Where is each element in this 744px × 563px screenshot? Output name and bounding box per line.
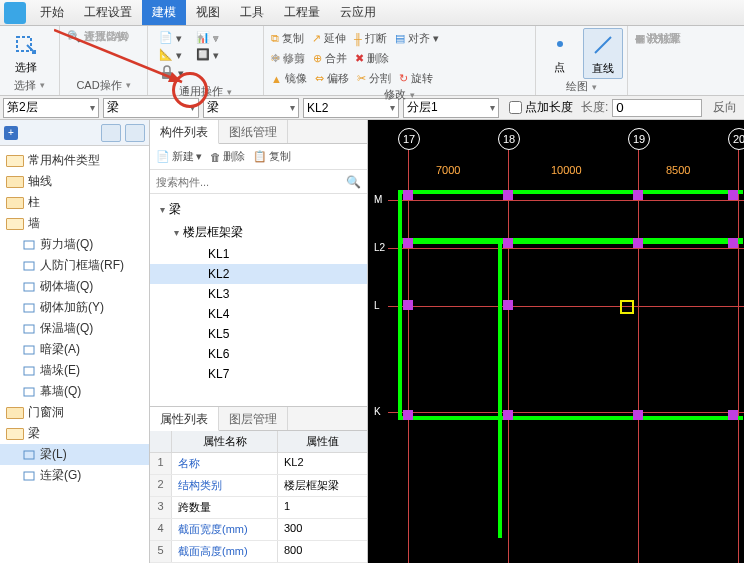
main-tab[interactable]: 云应用 bbox=[330, 0, 386, 25]
property-row[interactable]: 1名称KL2 bbox=[150, 453, 367, 475]
component-tree-item[interactable]: 楼层框架梁 bbox=[150, 221, 367, 244]
length-input[interactable] bbox=[612, 99, 702, 117]
common-btn-1[interactable]: 📄▾ bbox=[156, 30, 187, 46]
main-tab[interactable]: 工具 bbox=[230, 0, 274, 25]
main-tab[interactable]: 视图 bbox=[186, 0, 230, 25]
drawing-canvas[interactable]: 171819207000100008500ML2LK bbox=[368, 120, 744, 563]
property-header: 属性名称 属性值 bbox=[150, 431, 367, 453]
ribbon: 选择 选择 🔍查找替换 ⤢设置比例 ↶还原CAD CAD操作 📄▾ 📐▾ ▾ 📊… bbox=[0, 26, 744, 96]
property-tabs: 属性列表 图层管理 bbox=[150, 407, 367, 431]
dimension-text: 7000 bbox=[436, 164, 460, 176]
nav-item[interactable]: 柱 bbox=[0, 192, 149, 213]
node-marker bbox=[503, 238, 513, 248]
tab-layer-mgmt[interactable]: 图层管理 bbox=[219, 407, 288, 430]
reverse-label[interactable]: 反向 bbox=[713, 99, 741, 116]
property-row[interactable]: 5截面高度(mm)800 bbox=[150, 541, 367, 563]
component-tree-item[interactable]: KL2 bbox=[150, 264, 367, 284]
nav-item[interactable]: 梁(L) bbox=[0, 444, 149, 465]
component-tree-item[interactable]: KL7 bbox=[150, 364, 367, 384]
nav-item[interactable]: 墙垛(E) bbox=[0, 360, 149, 381]
svg-line-5 bbox=[595, 37, 611, 53]
select-button[interactable]: 选择 bbox=[4, 28, 48, 77]
break-button[interactable]: ╫打断 bbox=[351, 30, 390, 47]
tab-drawing-mgmt[interactable]: 图纸管理 bbox=[219, 120, 288, 143]
delete-component-button[interactable]: 🗑删除 bbox=[210, 149, 245, 164]
common-btn-5[interactable]: ✦▾ bbox=[193, 30, 222, 46]
axis-label: L bbox=[372, 300, 382, 311]
component-tree-item[interactable]: KL5 bbox=[150, 324, 367, 344]
cad-restore[interactable]: ↶还原CAD bbox=[64, 28, 132, 45]
svg-rect-8 bbox=[24, 283, 34, 291]
copy-component-button[interactable]: 📋复制 bbox=[253, 149, 291, 164]
ribbon-group-title[interactable]: CAD操作 bbox=[64, 77, 143, 93]
merge-button[interactable]: ⊕合并 bbox=[310, 50, 350, 67]
tab-props[interactable]: 属性列表 bbox=[150, 407, 219, 431]
dimension-text: 8500 bbox=[666, 164, 690, 176]
svg-rect-12 bbox=[24, 367, 34, 375]
main-tab[interactable]: 工程设置 bbox=[74, 0, 142, 25]
nav-item[interactable]: 保温墙(Q) bbox=[0, 318, 149, 339]
copy-button[interactable]: ⧉复制 bbox=[268, 30, 307, 47]
nav-item[interactable]: 暗梁(A) bbox=[0, 339, 149, 360]
property-row[interactable]: 2结构类别楼层框架梁 bbox=[150, 475, 367, 497]
mirror-button[interactable]: ▲镜像 bbox=[268, 70, 310, 87]
main-tab[interactable]: 建模 bbox=[142, 0, 186, 25]
extend-button[interactable]: ↗延伸 bbox=[309, 30, 349, 47]
split-button[interactable]: ✂分割 bbox=[354, 70, 394, 87]
nav-view-tile[interactable] bbox=[101, 124, 121, 142]
grid-bubble: 20 bbox=[728, 128, 744, 150]
main-tab[interactable]: 工程量 bbox=[274, 0, 330, 25]
nav-item[interactable]: 人防门框墙(RF) bbox=[0, 255, 149, 276]
nav-item[interactable]: 常用构件类型 bbox=[0, 150, 149, 171]
svg-point-4 bbox=[557, 41, 563, 47]
node-marker bbox=[633, 238, 643, 248]
nav-item[interactable]: 墙 bbox=[0, 213, 149, 234]
align-button[interactable]: ▤对齐▾ bbox=[392, 30, 442, 47]
svg-rect-9 bbox=[24, 304, 34, 312]
app-logo bbox=[4, 2, 26, 24]
component-tree-item[interactable]: KL4 bbox=[150, 304, 367, 324]
ribbon-group-recognize: ▦校核梁 ▦校核原 ◈识别梁 ◈识别吊 bbox=[628, 26, 738, 95]
ribbon-group-title[interactable]: 通用操作 bbox=[152, 84, 259, 99]
nav-add-button[interactable]: + bbox=[4, 126, 18, 140]
move-button[interactable]: ✥移动 bbox=[268, 50, 308, 67]
category-combo-1[interactable]: 梁 bbox=[103, 98, 199, 118]
nav-item[interactable]: 砌体加筋(Y) bbox=[0, 297, 149, 318]
component-tree-item[interactable]: KL6 bbox=[150, 344, 367, 364]
component-tree-item[interactable]: KL1 bbox=[150, 244, 367, 264]
search-input[interactable] bbox=[156, 176, 346, 188]
component-tree-item[interactable]: KL3 bbox=[150, 284, 367, 304]
ribbon-group-title[interactable]: 绘图 bbox=[540, 79, 623, 94]
svg-rect-13 bbox=[24, 388, 34, 396]
nav-item[interactable]: 门窗洞 bbox=[0, 402, 149, 423]
lock-button[interactable]: ▾ bbox=[156, 64, 187, 82]
search-icon[interactable]: 🔍 bbox=[346, 175, 361, 189]
component-tree-item[interactable]: 梁 bbox=[150, 198, 367, 221]
nav-item[interactable]: 梁 bbox=[0, 423, 149, 444]
rotate-button[interactable]: ↻旋转 bbox=[396, 70, 436, 87]
tab-component-list[interactable]: 构件列表 bbox=[150, 120, 219, 144]
point-button[interactable]: 点 bbox=[540, 28, 580, 77]
nav-item[interactable]: 幕墙(Q) bbox=[0, 381, 149, 402]
line-button[interactable]: 直线 bbox=[583, 28, 623, 79]
recog-hang-button[interactable]: ◈识别吊 bbox=[632, 30, 682, 47]
delete-button[interactable]: ✖删除 bbox=[352, 50, 392, 67]
floor-combo[interactable]: 第2层 bbox=[3, 98, 99, 118]
property-row[interactable]: 4截面宽度(mm)300 bbox=[150, 519, 367, 541]
nav-item[interactable]: 轴线 bbox=[0, 171, 149, 192]
new-component-button[interactable]: 📄新建▾ bbox=[156, 149, 202, 164]
common-btn-4[interactable]: 🔲▾ bbox=[193, 47, 222, 63]
main-tab[interactable]: 开始 bbox=[30, 0, 74, 25]
nav-item[interactable]: 砌体墙(Q) bbox=[0, 276, 149, 297]
nav-item[interactable]: 连梁(G) bbox=[0, 465, 149, 486]
property-row[interactable]: 3跨数量1 bbox=[150, 497, 367, 519]
common-btn-2[interactable]: 📐▾ bbox=[156, 47, 187, 63]
offset-button[interactable]: ⇔偏移 bbox=[312, 70, 352, 87]
ribbon-group-title[interactable]: 修改 bbox=[268, 87, 531, 102]
node-marker bbox=[403, 300, 413, 310]
ribbon-group-title[interactable]: 选择 bbox=[4, 77, 55, 93]
nav-item[interactable]: 剪力墙(Q) bbox=[0, 234, 149, 255]
component-panel: 构件列表 图纸管理 📄新建▾ 🗑删除 📋复制 🔍 梁楼层框架梁KL1KL2KL3… bbox=[150, 120, 368, 563]
nav-view-list[interactable] bbox=[125, 124, 145, 142]
nav-tree: 常用构件类型轴线柱墙剪力墙(Q)人防门框墙(RF)砌体墙(Q)砌体加筋(Y)保温… bbox=[0, 146, 149, 563]
